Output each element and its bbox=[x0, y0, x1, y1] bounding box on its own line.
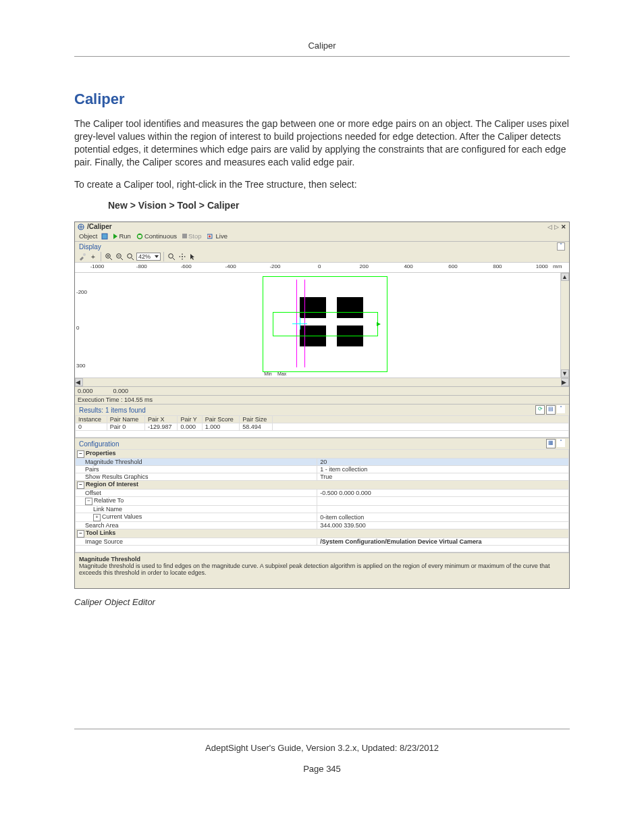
zoom-combo[interactable]: 42% bbox=[136, 253, 161, 261]
svg-line-13 bbox=[121, 258, 123, 260]
footer-line: AdeptSight User's Guide, Version 3.2.x, … bbox=[74, 743, 570, 753]
svg-point-19 bbox=[182, 256, 183, 257]
caliper-editor-window: /Caliper ◁ ▷ ✕ Object Run bbox=[74, 221, 570, 589]
zoom-in-icon[interactable] bbox=[104, 252, 113, 261]
pointer-icon[interactable] bbox=[188, 252, 198, 261]
display-section-header[interactable]: Display ˄ bbox=[75, 241, 569, 251]
svg-point-17 bbox=[169, 254, 173, 259]
col-pair-name[interactable]: Pair Name bbox=[107, 416, 144, 423]
direction-arrow-icon bbox=[377, 322, 381, 326]
menu-path: New > Vision > Tool > Caliper bbox=[108, 200, 570, 211]
svg-point-6 bbox=[209, 235, 211, 237]
cursor-status-bar: 0.000 0.000 bbox=[75, 386, 569, 395]
stop-icon bbox=[182, 234, 187, 238]
prop-row-offset[interactable]: Offset-0.500 0.000 0.000 bbox=[76, 490, 569, 497]
zoom-out-icon[interactable] bbox=[115, 252, 124, 261]
figure-caption: Caliper Object Editor bbox=[74, 597, 570, 607]
zoom-region-icon[interactable] bbox=[167, 252, 176, 261]
svg-rect-3 bbox=[102, 234, 107, 239]
expander-icon[interactable]: − bbox=[77, 530, 84, 538]
col-instance[interactable]: Instance bbox=[76, 416, 107, 423]
prop-row-search-area[interactable]: Search Area344.000 339.500 bbox=[76, 522, 569, 529]
svg-line-9 bbox=[110, 258, 112, 260]
object-toolbar: Object Run Continuous Stop bbox=[75, 231, 569, 241]
running-header: Caliper bbox=[74, 41, 570, 57]
table-row[interactable]: 0 Pair 0 -129.987 0.000 1.000 58.494 bbox=[76, 423, 569, 431]
property-grid: −Properties Magnitude Threshold20 Pairs1… bbox=[75, 449, 569, 552]
svg-point-15 bbox=[128, 254, 132, 259]
scrollbar-horizontal[interactable]: ◀ ▶ bbox=[75, 377, 569, 386]
expander-icon[interactable]: + bbox=[93, 514, 101, 521]
search-area-box[interactable] bbox=[273, 312, 378, 336]
stop-button[interactable]: Stop bbox=[181, 232, 203, 240]
results-table: Instance Pair Name Pair X Pair Y Pair Sc… bbox=[75, 415, 569, 438]
display-canvas[interactable]: -200 0 300 bbox=[75, 272, 569, 377]
zoom-value: 42% bbox=[138, 253, 151, 260]
prop-row-current-values[interactable]: +Current Values0-item collection bbox=[76, 513, 569, 522]
ruler-vertical: -200 0 300 bbox=[75, 273, 88, 377]
collapse-icon[interactable]: ˄ bbox=[557, 405, 565, 413]
zoom-icon[interactable] bbox=[126, 252, 135, 261]
col-pair-y[interactable]: Pair Y bbox=[178, 416, 202, 423]
property-help-box: Magnitude Threshold Magnitude threshold … bbox=[75, 552, 569, 588]
page-number: Page 345 bbox=[74, 764, 570, 774]
refresh-icon[interactable]: ⟳ bbox=[535, 405, 545, 415]
nav-next-button[interactable]: ▷ bbox=[554, 224, 559, 230]
run-button[interactable]: Run bbox=[112, 232, 132, 240]
pan-icon[interactable] bbox=[178, 252, 187, 261]
ruler-horizontal: -1000 -800 -600 -400 -200 0 200 400 600 … bbox=[75, 262, 569, 272]
cursor-y: 0.000 bbox=[113, 388, 129, 394]
live-button[interactable]: Live bbox=[206, 232, 229, 240]
continuous-button[interactable]: Continuous bbox=[135, 232, 178, 240]
crosshair-icon[interactable]: + bbox=[88, 252, 98, 261]
expander-icon[interactable]: − bbox=[77, 450, 84, 458]
prop-row-pairs[interactable]: Pairs1 - item collection bbox=[76, 466, 569, 473]
page-title: Caliper bbox=[74, 90, 570, 108]
grid-icon[interactable]: ▤ bbox=[546, 405, 556, 415]
props-icon[interactable]: ▦ bbox=[546, 439, 556, 448]
results-section-header[interactable]: Results: 1 items found ⟳ ▤ ˄ bbox=[75, 404, 569, 415]
collapse-icon[interactable]: ˄ bbox=[557, 439, 565, 447]
help-body: Magnitude threshold is used to find edge… bbox=[79, 563, 565, 576]
prop-row-magnitude-threshold[interactable]: Magnitude Threshold20 bbox=[76, 459, 569, 466]
expander-icon[interactable]: − bbox=[85, 498, 92, 505]
instruction-paragraph: To create a Caliper tool, right-click in… bbox=[74, 178, 570, 191]
chevron-down-icon bbox=[155, 255, 159, 258]
tool-preferences-icon[interactable] bbox=[78, 252, 87, 261]
collapse-icon[interactable]: ˄ bbox=[557, 242, 565, 251]
svg-point-7 bbox=[83, 253, 86, 256]
prop-row-show-graphics[interactable]: Show Results GraphicsTrue bbox=[76, 473, 569, 481]
display-toolbar: + 42% bbox=[75, 251, 569, 262]
tool-icon bbox=[78, 224, 84, 230]
col-pair-size[interactable]: Pair Size bbox=[240, 416, 273, 423]
window-title-bar: /Caliper ◁ ▷ ✕ bbox=[75, 222, 569, 231]
col-pair-score[interactable]: Pair Score bbox=[202, 416, 240, 423]
object-label: Object bbox=[79, 232, 97, 240]
prop-row-relative-to[interactable]: −Relative To bbox=[76, 497, 569, 506]
col-pair-x[interactable]: Pair X bbox=[144, 416, 177, 423]
object-settings-icon[interactable] bbox=[100, 233, 109, 240]
nav-prev-button[interactable]: ◁ bbox=[547, 224, 552, 230]
play-icon bbox=[113, 234, 117, 239]
help-title: Magnitude Threshold bbox=[79, 556, 565, 563]
expander-icon[interactable]: − bbox=[77, 481, 84, 489]
svg-line-16 bbox=[132, 258, 134, 260]
configuration-section-header[interactable]: Configuration ▦ ˄ bbox=[75, 438, 569, 449]
close-icon[interactable]: ✕ bbox=[561, 224, 566, 230]
scrollbar-vertical[interactable]: ▲ ▼ bbox=[560, 273, 569, 377]
execution-time: Execution Time : 104.55 ms bbox=[75, 395, 569, 404]
svg-line-18 bbox=[173, 258, 175, 260]
intro-paragraph: The Caliper tool identifies and measures… bbox=[74, 118, 570, 169]
prop-row-image-source[interactable]: Image Source/System Configuration/Emulat… bbox=[76, 538, 569, 546]
window-title: /Caliper bbox=[87, 223, 112, 230]
cursor-x: 0.000 bbox=[78, 388, 93, 394]
prop-row-link-name[interactable]: Link Name bbox=[76, 506, 569, 513]
